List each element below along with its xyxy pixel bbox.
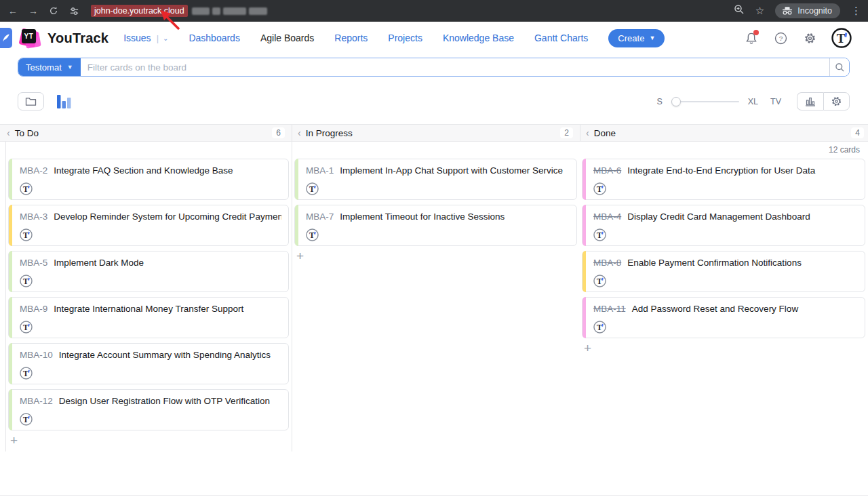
issue-title: Add Password Reset and Recovery Flow — [632, 304, 798, 315]
assignee-avatar[interactable]: T — [20, 413, 33, 426]
assignee-avatar[interactable]: T — [593, 182, 606, 195]
extension-pin-button[interactable] — [0, 28, 12, 48]
main-nav: Issues|⌄DashboardsAgile BoardsReportsPro… — [123, 33, 588, 43]
board-settings-button[interactable] — [823, 92, 850, 110]
slider-knob[interactable] — [671, 97, 681, 106]
add-card-button[interactable]: + — [10, 435, 18, 446]
card-priority-stripe — [9, 251, 12, 292]
issue-title: Integrate End-to-End Encryption for User… — [627, 165, 815, 176]
browser-forward-icon[interactable]: → — [26, 3, 41, 18]
notification-dot — [753, 30, 759, 35]
issue-id[interactable]: MBA-4 — [593, 212, 621, 222]
svg-text:T: T — [23, 369, 28, 378]
assignee-avatar[interactable]: T — [306, 228, 319, 241]
nav-item-label: Reports — [334, 33, 368, 43]
collapse-column-icon[interactable]: ‹ — [586, 127, 589, 138]
issue-card[interactable]: MBA-4Display Credit Card Management Dash… — [582, 205, 865, 246]
svg-text:T: T — [23, 277, 28, 286]
nav-item-knowledge-base[interactable]: Knowledge Base — [443, 33, 514, 43]
assignee-avatar[interactable]: T — [20, 275, 33, 287]
nav-item-dashboards[interactable]: Dashboards — [189, 33, 240, 43]
issue-card[interactable]: MBA-1Implement In-App Chat Support with … — [294, 159, 577, 200]
assignee-avatar[interactable]: T — [306, 182, 319, 195]
add-card-button[interactable]: + — [584, 343, 591, 354]
settings-gear-icon[interactable] — [802, 31, 817, 45]
issue-card[interactable]: MBA-7Implement Timeout for Inactive Sess… — [294, 205, 577, 246]
nav-item-agile-boards[interactable]: Agile Boards — [260, 33, 314, 43]
assignee-avatar[interactable]: T — [20, 182, 33, 195]
tv-mode-button[interactable]: TV — [770, 97, 781, 106]
chart-report-button[interactable] — [797, 92, 823, 110]
assignee-avatar[interactable]: T — [20, 321, 33, 334]
issue-title: Integrate International Money Transfer S… — [54, 304, 243, 315]
issue-title: Integrate FAQ Section and Knowledge Base — [54, 165, 233, 176]
board-selector-button[interactable]: Testomat ▼ — [18, 58, 81, 76]
column-title: In Progress — [306, 128, 353, 138]
assignee-avatar[interactable]: T — [20, 228, 33, 241]
issue-id[interactable]: MBA-12 — [20, 396, 53, 407]
issue-card[interactable]: MBA-8Enable Payment Confirmation Notific… — [582, 251, 865, 292]
assignee-avatar[interactable]: T — [593, 275, 606, 287]
youtrack-logo[interactable]: YT — [20, 27, 41, 49]
profile-avatar-image[interactable]: T — [831, 39, 852, 50]
column-title: To Do — [15, 128, 39, 138]
issue-card[interactable]: MBA-3Develop Reminder System for Upcomin… — [8, 205, 289, 246]
issue-id[interactable]: MBA-8 — [593, 258, 621, 268]
issue-card[interactable]: MBA-6Integrate End-to-End Encryption for… — [582, 159, 865, 200]
add-card-button[interactable]: + — [296, 251, 304, 262]
incognito-badge: Incognito — [775, 3, 840, 18]
site-settings-icon[interactable] — [66, 3, 81, 18]
chart-view-toggle[interactable] — [57, 95, 73, 108]
issue-id[interactable]: MBA-7 — [306, 212, 334, 222]
issue-title: Integrate Account Summary with Spending … — [59, 350, 271, 361]
issue-id[interactable]: MBA-11 — [593, 304, 626, 315]
issue-card[interactable]: MBA-12Design User Registration Flow with… — [8, 389, 289, 430]
column-header-done[interactable]: ‹Done4 — [580, 125, 868, 141]
issue-id[interactable]: MBA-10 — [20, 350, 53, 361]
browser-reload-icon[interactable] — [46, 3, 61, 18]
nav-item-reports[interactable]: Reports — [334, 33, 368, 43]
help-icon[interactable]: ? — [773, 31, 788, 45]
column-header-in-progress[interactable]: ‹In Progress2 — [292, 125, 580, 141]
create-button[interactable]: Create ▼ — [608, 29, 665, 47]
search-button[interactable] — [829, 58, 849, 76]
nav-item-issues[interactable]: Issues|⌄ — [123, 33, 168, 43]
collapse-column-icon[interactable]: ‹ — [7, 127, 10, 138]
issue-card[interactable]: MBA-5Implement Dark ModeT — [8, 251, 289, 292]
card-size-slider[interactable] — [671, 97, 739, 106]
card-size-min-label: S — [656, 97, 662, 106]
nav-item-projects[interactable]: Projects — [388, 33, 422, 43]
quill-icon — [2, 33, 10, 43]
collapse-column-icon[interactable]: ‹ — [298, 127, 301, 138]
column-count-badge: 6 — [272, 127, 285, 138]
backlog-folder-button[interactable] — [18, 92, 44, 110]
issue-id[interactable]: MBA-5 — [20, 258, 47, 268]
issue-id[interactable]: MBA-1 — [306, 165, 334, 176]
card-priority-stripe — [9, 343, 12, 384]
issue-card[interactable]: MBA-9Integrate International Money Trans… — [8, 297, 289, 338]
browser-back-icon[interactable]: ← — [5, 3, 20, 18]
card-priority-stripe — [9, 159, 12, 200]
browser-menu-icon[interactable]: ⋮ — [851, 5, 861, 17]
issue-card[interactable]: MBA-2Integrate FAQ Section and Knowledge… — [8, 159, 289, 200]
assignee-avatar[interactable]: T — [593, 321, 606, 334]
profile-avatar[interactable]: T — [831, 28, 852, 48]
svg-text:T: T — [309, 184, 315, 194]
bookmark-star-icon[interactable]: ☆ — [755, 5, 764, 17]
browser-chrome: ← → john-doe.youtrack.cloud — [0, 0, 868, 22]
zoom-search-icon[interactable] — [734, 4, 745, 18]
assignee-avatar[interactable]: T — [20, 367, 33, 380]
issue-id[interactable]: MBA-3 — [20, 212, 47, 222]
issue-id[interactable]: MBA-9 — [20, 304, 47, 315]
svg-text:?: ? — [778, 35, 783, 42]
notifications-bell-icon[interactable] — [744, 31, 759, 45]
issue-card[interactable]: MBA-11Add Password Reset and Recovery Fl… — [582, 297, 865, 338]
issue-title: Develop Reminder System for Upcoming Cre… — [54, 212, 281, 222]
issue-card[interactable]: MBA-10Integrate Account Summary with Spe… — [8, 343, 289, 384]
issue-id[interactable]: MBA-2 — [20, 165, 47, 176]
issue-id[interactable]: MBA-6 — [593, 165, 621, 176]
filter-cards-input[interactable] — [81, 58, 829, 76]
nav-item-gantt-charts[interactable]: Gantt Charts — [534, 33, 588, 43]
column-header-to-do[interactable]: ‹To Do6 — [5, 125, 292, 141]
assignee-avatar[interactable]: T — [593, 228, 606, 241]
